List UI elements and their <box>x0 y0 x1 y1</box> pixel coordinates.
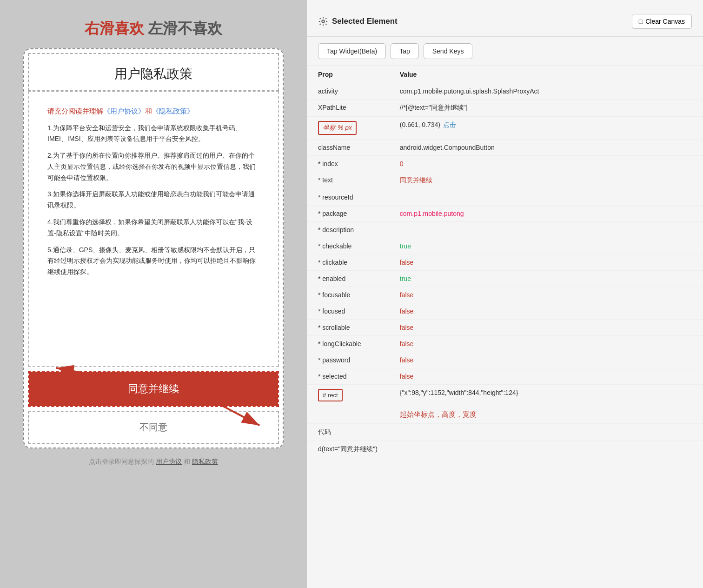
value-text: false <box>400 259 414 266</box>
value-cell: false <box>389 352 703 368</box>
prop-cell: * description <box>307 222 389 238</box>
footer-privacy-policy[interactable]: 隐私政策 <box>192 458 218 465</box>
value-cell: false <box>389 303 703 320</box>
table-row: * selectedfalse <box>307 368 703 385</box>
value-cell <box>389 441 703 458</box>
table-row: * focusablefalse <box>307 287 703 303</box>
value-header: Value <box>389 66 703 83</box>
prop-cell: # rect <box>307 385 389 406</box>
value-cell <box>389 222 703 238</box>
value-text: false <box>400 373 414 380</box>
card-content: 请充分阅读并理解《用户协议》和《隐私政策》 1.为保障平台安全和运营安全，我们会… <box>36 98 271 291</box>
value-text: false <box>400 356 414 364</box>
value-cell: true <box>389 271 703 287</box>
prop-cell: 坐标 % px <box>307 117 389 140</box>
swipe-dislike-text: 左滑不喜欢 <box>148 20 222 37</box>
prop-cell: * index <box>307 156 389 172</box>
prop-cell: className <box>307 140 389 156</box>
prop-cell: * password <box>307 352 389 368</box>
value-text: false <box>400 291 414 299</box>
table-row: * packagecom.p1.mobile.putong <box>307 206 703 222</box>
value-text: false <box>400 307 414 315</box>
value-cell: 0 <box>389 156 703 172</box>
card-body: 请充分阅读并理解《用户协议》和《隐私政策》 1.为保障平台安全和运营安全，我们会… <box>28 91 279 367</box>
value-cell: false <box>389 320 703 336</box>
props-scroll-area[interactable]: Prop Value activitycom.p1.mobile.putong.… <box>307 66 703 588</box>
value-text: 0 <box>400 160 404 167</box>
rect-value: {"x":98,"y":1152,"width":844,"height":12… <box>400 389 518 396</box>
tap-widget-button[interactable]: Tap Widget(Beta) <box>318 43 386 59</box>
prop-header: Prop <box>307 66 389 83</box>
prop-cell: activity <box>307 83 389 100</box>
annotation-row: 起始坐标点，高度，宽度 <box>307 406 703 424</box>
prop-cell: * package <box>307 206 389 222</box>
prop-cell: * checkable <box>307 238 389 254</box>
policy-intro: 请充分阅读并理解《用户协议》和《隐私政策》 <box>47 105 259 117</box>
value-cell: {"x":98,"y":1152,"width":844,"height":12… <box>389 385 703 406</box>
policy-item-3: 3.如果你选择开启屏蔽联系人功能或使用暗恋表白功能我们可能会申请通讯录权限。 <box>47 189 259 211</box>
policy-intro-text: 请充分阅读并理解 <box>47 107 103 115</box>
settings-icon <box>318 16 328 27</box>
agree-button[interactable]: 同意并继续 <box>29 372 278 406</box>
swipe-like-text: 右滑喜欢 <box>85 20 144 37</box>
table-row: activitycom.p1.mobile.putong.ui.splash.S… <box>307 83 703 100</box>
svg-point-4 <box>322 20 325 23</box>
value-cell: (0.661, 0.734)点击 <box>389 117 703 140</box>
table-row: * checkabletrue <box>307 238 703 254</box>
table-row: * clickablefalse <box>307 254 703 271</box>
policy-item-5: 5.通信录、GPS、摄像头、麦克风、相册等敏感权限均不会默认开启，只有经过明示授… <box>47 245 259 278</box>
prop-cell: * scrollable <box>307 320 389 336</box>
value-cell: false <box>389 254 703 271</box>
table-row: 代码 <box>307 424 703 441</box>
panel-title: Selected Element <box>332 17 398 26</box>
table-row: XPathLite//*[@text="同意并继续"] <box>307 100 703 117</box>
table-row: * scrollablefalse <box>307 320 703 336</box>
policy-item-4: 4.我们尊重你的选择权，如果你希望关闭屏蔽联系人功能你可以在"我-设置-隐私设置… <box>47 217 259 239</box>
prop-cell: * enabled <box>307 271 389 287</box>
value-text: com.p1.mobile.putong <box>400 210 464 217</box>
table-row: # rect{"x":98,"y":1152,"width":844,"heig… <box>307 385 703 406</box>
card-title: 用户隐私政策 <box>28 53 279 91</box>
value-text: 同意并继续 <box>400 176 432 184</box>
tap-button[interactable]: Tap <box>391 43 419 59</box>
annotation-text: 起始坐标点，高度，宽度 <box>400 410 477 418</box>
table-row: * description <box>307 222 703 238</box>
table-row: * longClickablefalse <box>307 336 703 352</box>
value-cell: false <box>389 368 703 385</box>
privacy-policy-link[interactable]: 《隐私政策》 <box>152 107 194 115</box>
user-agreement-link[interactable]: 《用户协议》 <box>103 107 145 115</box>
table-row: * enabledtrue <box>307 271 703 287</box>
disagree-button[interactable]: 不同意 <box>29 412 278 443</box>
table-row: * text同意并继续 <box>307 172 703 189</box>
table-row: d(text="同意并继续") <box>307 441 703 458</box>
coord-label: 坐标 % px <box>318 121 357 135</box>
value-cell: true <box>389 238 703 254</box>
prop-cell: * clickable <box>307 254 389 271</box>
prop-cell: * text <box>307 172 389 189</box>
prop-cell: d(text="同意并继续") <box>307 441 389 458</box>
value-cell: false <box>389 336 703 352</box>
right-header: Selected Element Clear Canvas <box>307 9 703 37</box>
and-text: 和 <box>145 107 152 115</box>
prop-cell: * resourceId <box>307 189 389 206</box>
send-keys-button[interactable]: Send Keys <box>424 43 473 59</box>
click-link[interactable]: 点击 <box>443 121 456 128</box>
footer-user-agreement[interactable]: 用户协议 <box>156 458 182 465</box>
action-buttons-row: Tap Widget(Beta) Tap Send Keys <box>307 37 703 66</box>
value-cell: com.p1.mobile.putong <box>389 206 703 222</box>
clear-canvas-button[interactable]: Clear Canvas <box>632 14 692 29</box>
policy-item-2: 2.为了基于你的所在位置向你推荐用户、推荐擦肩而过的用户、在你的个人主页显示位置… <box>47 150 259 183</box>
value-text: true <box>400 242 411 250</box>
value-text: false <box>400 340 414 347</box>
value-cell: android.widget.CompoundButton <box>389 140 703 156</box>
table-row: * focusedfalse <box>307 303 703 320</box>
value-cell: false <box>389 287 703 303</box>
table-row: 坐标 % px(0.661, 0.734)点击 <box>307 117 703 140</box>
table-row: * index0 <box>307 156 703 172</box>
agree-button-wrapper: 同意并继续 <box>28 371 279 407</box>
phone-card: 用户隐私政策 请充分阅读并理解《用户协议》和《隐私政策》 1.为保障平台安全和运… <box>23 48 284 448</box>
value-cell <box>389 424 703 441</box>
value-text: false <box>400 324 414 331</box>
prop-cell: * longClickable <box>307 336 389 352</box>
rect-label: # rect <box>318 389 343 401</box>
